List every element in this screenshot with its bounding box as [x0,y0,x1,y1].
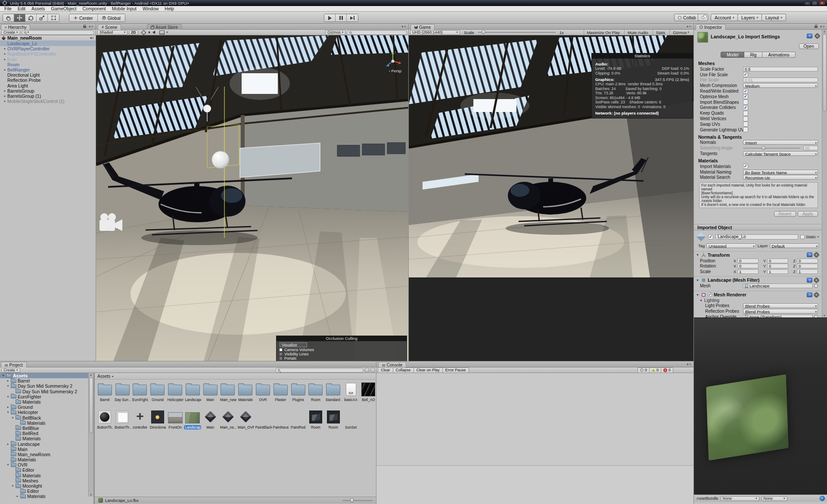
project-tree-item-main[interactable]: Main [0,447,88,452]
services-globe-icon[interactable] [820,496,825,501]
asset-file-paintblack-9[interactable]: PaintBlack [254,409,272,429]
expand-arrow-icon[interactable]: ▸ [3,58,7,61]
transform-position[interactable]: PositionX0Y0Z0 [694,258,822,264]
panel-menu-icon[interactable]: ▾≡ [687,363,692,366]
lock-icon[interactable] [815,26,818,28]
occlusion-item-visibility-lines[interactable]: Visibility Lines [280,352,404,356]
stats-button[interactable]: Stats [653,30,668,35]
property-checkbox[interactable] [743,116,748,121]
asset-file-directiona-3[interactable]: Directiona... [149,409,166,429]
scale-slider[interactable] [478,32,556,33]
property-dropdown[interactable]: Calculate Tangent Space [743,151,818,156]
transform-field[interactable]: 0 [797,264,818,268]
revert-button[interactable]: Revert [774,211,796,217]
game-gizmos-dropdown[interactable]: Gizmos▾ [669,30,692,35]
project-tree-item-materials[interactable]: Materials [0,436,88,441]
asset-folder-ovr-9[interactable]: OVR [254,382,272,402]
occlusion-visualize-dropdown[interactable]: Visualize [280,342,307,347]
scene-menu-icon[interactable]: ▾≡ [90,36,94,40]
menu-help[interactable]: Help [162,6,177,12]
minimize-button[interactable]: – [804,1,811,5]
hierarchy-item-bellranger[interactable]: ▸BellRanger [0,67,96,72]
project-tree-item-bellred[interactable]: BellRed [0,431,88,436]
property-checkbox[interactable]: ✓ [743,164,748,169]
asset-file-main-ovr-8[interactable]: Main_OVR [236,409,254,429]
lighting-toggle-icon[interactable] [142,31,146,34]
import-tab-animations[interactable]: Animations [762,52,795,58]
property-file-scale[interactable]: File Scale0.01 [694,78,822,83]
asset-folder-eurofight-2[interactable]: EuroFight... [131,382,149,402]
project-tree-item-ground[interactable]: ▸Ground [0,404,88,410]
project-tree-item-day-sun-mid-summersky-2[interactable]: ▾Day Sun Mid Summersky 2 [0,383,88,389]
hierarchy-create-button[interactable]: Create▾ [1,30,20,35]
property-mesh-compression[interactable]: Mesh CompressionMedium [694,83,822,88]
hierarchy-item-directional-light[interactable]: Directional Light [0,72,96,78]
console-badge-error[interactable]: !0 [661,368,673,373]
project-tree-item-bellblack[interactable]: ▾BellBlack [0,415,88,420]
panel-menu-icon[interactable]: ▾≡ [89,25,94,28]
property-dropdown[interactable]: Medium [743,83,818,88]
import-tab-model[interactable]: Model [721,52,744,58]
project-tree-item-landscape[interactable]: ▸Landscape [0,441,88,446]
tab-console[interactable]: ▤Console [378,362,406,367]
occlusion-item-camera-volumes[interactable]: Camera Volumes [280,348,404,352]
asset-folder-room-12[interactable]: Room [307,382,325,402]
property-read-write-enabled[interactable]: Read/Write Enabled✓ [694,88,822,94]
expand-arrow-icon[interactable]: ▸ [3,94,7,98]
hierarchy-item-area-light[interactable]: Area Light [0,83,96,88]
asset-folder-standard-13[interactable]: Standard ... [324,382,342,402]
console-badge-info[interactable]: !0 [638,368,650,373]
effects-dropdown-icon[interactable] [159,31,165,34]
asset-folder-landscape-5[interactable]: Landscape [184,382,202,402]
property-field[interactable]: 0.01 [743,78,818,82]
expand-arrow-icon[interactable]: ▸ [3,47,7,50]
layers-button[interactable]: Layers▾ [737,14,762,21]
scale-tool-button[interactable] [37,14,48,22]
project-tree-item-materials[interactable]: Materials [0,420,88,426]
menu-file[interactable]: File [1,6,15,12]
property-checkbox[interactable] [743,111,748,116]
layout-button[interactable]: Layout▾ [762,14,786,21]
help-icon[interactable]: ? [807,34,812,38]
project-tree-item-barrel[interactable]: ▸Barrel [0,378,88,383]
transform-field[interactable]: 0 [737,258,759,263]
play-button[interactable] [324,14,336,22]
asset-file-room-12[interactable]: Room [307,409,325,429]
slider-knob[interactable] [762,146,765,150]
search-by-type-icon[interactable] [365,368,369,372]
project-tree-item-bellblue[interactable]: BellBlue [0,426,88,431]
hierarchy-item-rigidbodyfpscontroller[interactable]: ▸RigidBodyFPSController [0,51,96,56]
property-checkbox[interactable] [743,121,748,127]
shading-mode-dropdown[interactable]: Shaded▾ [97,30,127,35]
apply-button[interactable]: Apply [798,211,818,217]
search-by-label-icon[interactable] [370,368,375,372]
property-checkbox[interactable] [743,127,748,132]
asset-folder-main-new-7[interactable]: Main_new... [219,382,237,402]
console-button-error-pause[interactable]: Error Pause [443,368,469,373]
property-tangents[interactable]: TangentsCalculate Tangent Space [694,151,822,156]
perspective-label[interactable]: ‹ Persp [389,69,401,73]
pivot-global-button[interactable]: Global [98,14,125,22]
expand-arrow-icon[interactable]: ▾ [6,395,10,398]
property-normals[interactable]: NormalsImport [694,140,822,146]
asset-folder-day-sun-1[interactable]: Day Sun ... [114,382,131,402]
asset-file-paintneut-10[interactable]: PaintNeut... [272,409,289,429]
pause-button[interactable] [336,14,347,22]
rotate-tool-button[interactable] [25,14,37,22]
asset-folder-materials-8[interactable]: Materials [236,382,254,402]
asset-file-main-ne-7[interactable]: Main_ne... [219,409,237,429]
move-tool-button[interactable] [14,14,25,22]
property-checkbox[interactable]: ✓ [743,105,748,110]
expand-arrow-icon[interactable]: ▾ [6,411,10,414]
hierarchy-item-barrelsgroup[interactable]: ▸BarrelsGroup [0,88,96,93]
project-tree-item-materials[interactable]: Materials [0,473,88,478]
asset-folder-main-6[interactable]: Main [202,382,219,402]
asset-file-main-6[interactable]: Main [202,409,219,429]
console-badge-warning[interactable]: 0 [650,368,661,373]
transform-field[interactable]: 0 [737,264,759,268]
import-tab-rig[interactable]: Rig [744,52,762,58]
help-icon[interactable]: ? [807,292,812,297]
inspector-scrollbar[interactable]: ▲ ▼ [822,30,827,317]
asset-folder-ground-3[interactable]: Ground [149,382,166,402]
transform-field[interactable]: 1 [767,269,788,274]
